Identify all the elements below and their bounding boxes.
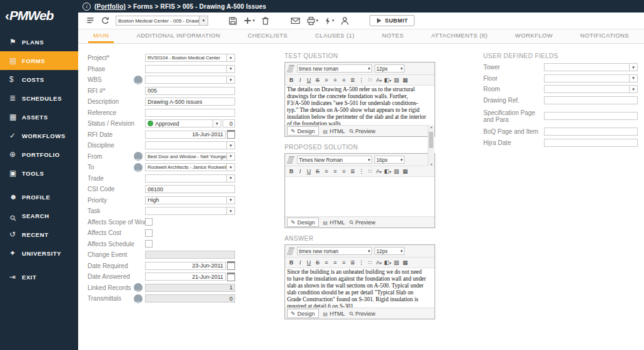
sidebar-item-university[interactable]: ✦UNIVERSITY [0,244,78,262]
chevron-down-icon[interactable]: ▾ [316,18,319,23]
bullet-list-icon[interactable]: ∷ [366,168,375,174]
clear-format-icon[interactable] [287,156,294,164]
justify-icon[interactable]: ≣ [348,77,357,83]
date-answered-input[interactable]: 21-Jun-2011 [145,272,226,281]
info-icon[interactable]: i [83,2,91,11]
italic-icon[interactable]: I [296,259,304,266]
chevron-down-icon[interactable] [227,141,235,149]
italic-icon[interactable]: I [296,77,304,83]
discipline-select[interactable] [145,141,227,149]
insert-image-icon[interactable]: ▧ [392,259,401,266]
tab-clauses[interactable]: CLAUSES (1) [310,29,360,43]
strikethrough-icon[interactable]: S [313,77,322,83]
from-select[interactable]: Best Door and Window - Neil Youngers [145,152,227,161]
align-right-icon[interactable]: ≡ [340,168,348,174]
print-icon[interactable]: ▾ [306,16,319,26]
chevron-down-icon[interactable]: ▾ [332,18,335,23]
tab-notes[interactable]: NOTES [377,29,409,43]
font-size-select[interactable]: 12px▾ [375,64,405,72]
highlight-color-icon[interactable]: ◧▾ [383,168,392,174]
preview-mode-button[interactable]: Preview [350,311,376,317]
preview-mode-button[interactable]: Preview [350,219,376,226]
design-mode-button[interactable]: Design [287,218,319,227]
sidebar-item-forms[interactable]: ▤FORMS [0,51,78,70]
project-select[interactable]: RVS0104 - Boston Medical Center [145,54,227,62]
underline-icon[interactable]: U [304,259,313,266]
align-center-icon[interactable]: ≡ [331,77,340,83]
strikethrough-icon[interactable]: S [313,168,322,174]
sidebar-item-plans[interactable]: ⚑PLANS [0,32,78,51]
font-color-icon[interactable]: A▾ [375,259,383,266]
highlight-color-icon[interactable]: ◧▾ [383,259,392,266]
bold-icon[interactable]: B [287,259,296,266]
sidebar-item-assets[interactable]: ▦ASSETS [0,108,78,126]
phase-select[interactable] [145,65,227,73]
align-center-icon[interactable]: ≡ [331,168,340,174]
to-lookup-button[interactable] [134,163,143,172]
affects-scope-checkbox[interactable] [145,218,153,226]
sidebar-item-portfolio[interactable]: ⊕PORTFOLIO [0,145,78,164]
align-center-icon[interactable]: ≡ [331,259,340,266]
breadcrumb-portfolio-link[interactable]: (Portfolio) [94,3,126,10]
bold-icon[interactable]: B [287,168,296,174]
sidebar-item-search[interactable]: ⚲SEARCH [0,206,78,225]
html-mode-button[interactable]: HTML [323,311,345,317]
insert-table-icon[interactable]: ▦ [401,168,410,174]
justify-icon[interactable]: ≣ [348,168,357,174]
align-right-icon[interactable]: ≡ [340,77,348,83]
align-left-icon[interactable]: ≡ [322,168,331,174]
html-mode-button[interactable]: HTML [323,219,345,226]
trade-select[interactable] [145,174,227,182]
revision-input[interactable]: 0 [223,119,235,128]
workflow-action-icon[interactable]: ▾ [324,16,335,26]
rfi-date-input[interactable]: 16-Jun-2011 [145,131,226,139]
sidebar-item-recent[interactable]: ↺RECENT [0,225,78,244]
pmweb-logo[interactable]: PMWeb [0,0,78,31]
font-color-icon[interactable]: A▾ [375,168,383,174]
chevron-down-icon[interactable] [227,152,235,161]
font-family-select[interactable]: Times New Roman▾ [297,156,372,164]
font-family-select[interactable]: times new roman▾ [297,247,372,255]
preview-mode-button[interactable]: Preview [350,128,376,134]
insert-image-icon[interactable]: ▧ [392,168,401,174]
align-left-icon[interactable]: ≡ [322,77,331,83]
sidebar-item-workflows[interactable]: ✓WORKFLOWS [0,126,78,145]
sidebar-item-costs[interactable]: $COSTS [0,70,78,89]
strikethrough-icon[interactable]: S [313,259,322,266]
ordered-list-icon[interactable]: ⋮ [357,259,366,266]
design-mode-button[interactable]: Design [287,126,319,136]
transmittals-lookup-button[interactable] [134,294,143,303]
chevron-down-icon[interactable] [630,85,638,93]
bold-icon[interactable]: B [287,77,296,83]
user-icon[interactable] [340,16,350,26]
tab-workflow[interactable]: WORKFLOW [510,29,558,43]
align-right-icon[interactable]: ≡ [340,259,348,266]
records-list-icon[interactable] [86,16,95,25]
insert-image-icon[interactable]: ▧ [392,77,401,83]
font-size-select[interactable]: 12px▾ [375,247,405,255]
chevron-down-icon[interactable] [227,54,235,62]
chevron-down-icon[interactable] [227,207,235,215]
sidebar-item-profile[interactable]: ☻PROFILE [0,188,78,206]
chevron-down-icon[interactable] [227,65,235,73]
font-size-select[interactable]: 16px▾ [375,156,405,164]
history-icon[interactable] [101,16,110,25]
mail-icon[interactable] [290,16,301,25]
italic-icon[interactable]: I [296,168,304,174]
sidebar-item-exit[interactable]: ⇥EXIT [0,268,78,286]
solution-text[interactable] [285,177,435,216]
tab-checklists[interactable]: CHECKLISTS [243,29,293,43]
tab-attachments[interactable]: ATTACHMENTS (8) [426,29,493,43]
html-mode-button[interactable]: HTML [323,128,345,134]
clear-format-icon[interactable] [287,248,294,255]
align-left-icon[interactable]: ≡ [322,259,331,266]
drawing-ref-input[interactable] [544,96,638,104]
chevron-down-icon[interactable]: ▾ [253,18,255,23]
scrollbar[interactable]: ▲▼ [428,125,435,166]
tab-notifications[interactable]: NOTIFICATIONS [575,29,634,43]
chevron-down-icon[interactable] [227,163,235,171]
design-mode-button[interactable]: Design [287,309,319,318]
affects-schedule-checkbox[interactable] [145,240,153,248]
room-select[interactable] [544,85,630,93]
calendar-icon[interactable] [227,261,235,270]
